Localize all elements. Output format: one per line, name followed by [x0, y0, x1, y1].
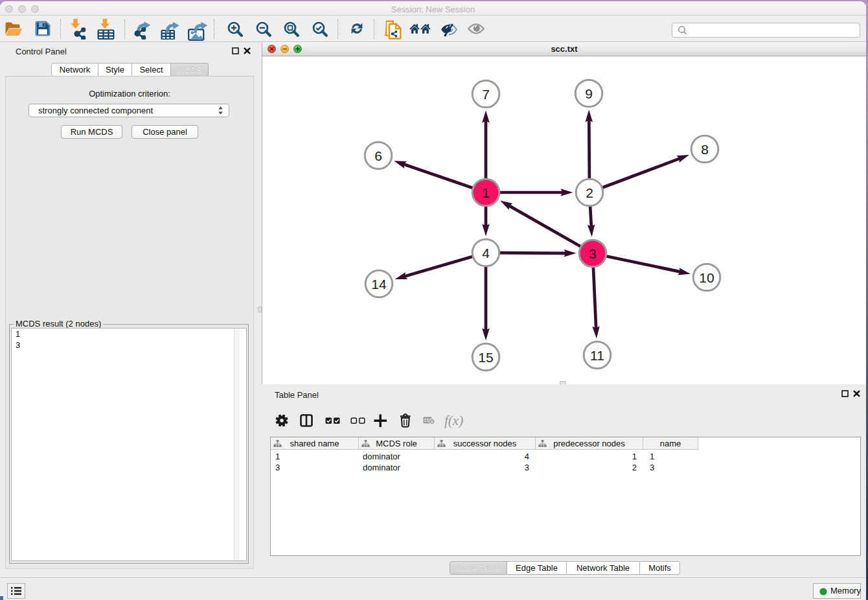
svg-text:14: 14 — [371, 277, 387, 292]
svg-text:4: 4 — [482, 246, 490, 260]
svg-text:15: 15 — [478, 350, 493, 365]
svg-text:8: 8 — [701, 142, 709, 157]
svg-text:1: 1 — [482, 185, 490, 200]
svg-text:7: 7 — [482, 87, 490, 102]
svg-text:9: 9 — [585, 86, 593, 101]
svg-text:6: 6 — [374, 148, 382, 163]
svg-text:3: 3 — [589, 246, 597, 261]
svg-text:11: 11 — [590, 348, 604, 363]
svg-text:10: 10 — [699, 270, 714, 285]
svg-text:2: 2 — [586, 185, 593, 200]
